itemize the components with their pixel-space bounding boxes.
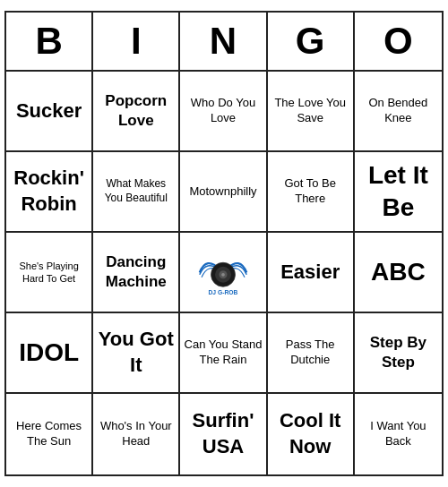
- cell-14[interactable]: Easier: [268, 233, 355, 313]
- cell-17[interactable]: You Got It: [93, 313, 180, 394]
- cell-21-text: Here Comes The Sun: [10, 419, 88, 449]
- dj-logo-icon: DJ G-ROB: [196, 248, 250, 297]
- cell-4[interactable]: The Love You Save: [268, 72, 355, 152]
- svg-point-3: [221, 272, 225, 276]
- cell-16-text: IDOL: [19, 337, 79, 369]
- cell-11-text: She's Playing Hard To Get: [10, 260, 88, 286]
- svg-text:DJ G-ROB: DJ G-ROB: [208, 288, 237, 295]
- cell-6[interactable]: Rockin' Robin: [6, 152, 93, 233]
- cell-4-text: The Love You Save: [271, 96, 349, 126]
- cell-1[interactable]: Sucker: [6, 72, 93, 152]
- cell-3[interactable]: Who Do You Love: [180, 72, 267, 152]
- cell-20-text: Step By Step: [358, 333, 438, 372]
- bingo-header: B I N G O: [6, 13, 442, 72]
- header-n: N: [180, 13, 267, 70]
- cell-10-text: Let It Be: [358, 159, 438, 225]
- cell-10[interactable]: Let It Be: [355, 152, 442, 233]
- cell-6-text: Rockin' Robin: [10, 166, 88, 217]
- cell-16[interactable]: IDOL: [6, 313, 93, 394]
- cell-24-text: Cool It Now: [271, 408, 349, 459]
- cell-1-text: Sucker: [16, 98, 82, 124]
- cell-22-text: Who's In Your Head: [97, 419, 175, 449]
- cell-18-text: Can You Stand The Rain: [184, 337, 262, 368]
- cell-2[interactable]: Popcorn Love: [93, 72, 180, 152]
- cell-5[interactable]: On Bended Knee: [355, 72, 442, 152]
- cell-7-text: What Makes You Beautiful: [97, 177, 175, 205]
- header-o: O: [355, 13, 442, 70]
- cell-12-text: Dancing Machine: [97, 252, 175, 292]
- cell-25-text: I Want You Back: [358, 419, 438, 449]
- header-b: B: [6, 13, 93, 70]
- cell-17-text: You Got It: [97, 327, 175, 378]
- bingo-card: B I N G O Sucker Popcorn Love Who Do You…: [4, 11, 444, 476]
- cell-12[interactable]: Dancing Machine: [93, 233, 180, 313]
- cell-22[interactable]: Who's In Your Head: [93, 394, 180, 474]
- cell-19-text: Pass The Dutchie: [271, 337, 349, 368]
- cell-23-text: Surfin' USA: [184, 408, 262, 459]
- cell-25[interactable]: I Want You Back: [355, 394, 442, 474]
- cell-8-text: Motownphilly: [189, 184, 256, 200]
- cell-5-text: On Bended Knee: [358, 96, 438, 126]
- cell-13-free[interactable]: DJ G-ROB: [180, 233, 267, 313]
- cell-23[interactable]: Surfin' USA: [180, 394, 267, 474]
- cell-18[interactable]: Can You Stand The Rain: [180, 313, 267, 394]
- header-g: G: [268, 13, 355, 70]
- cell-9[interactable]: Got To Be There: [268, 152, 355, 233]
- cell-15[interactable]: ABC: [355, 233, 442, 313]
- cell-20[interactable]: Step By Step: [355, 313, 442, 394]
- cell-21[interactable]: Here Comes The Sun: [6, 394, 93, 474]
- bingo-grid: Sucker Popcorn Love Who Do You Love The …: [6, 72, 442, 474]
- cell-2-text: Popcorn Love: [97, 91, 175, 131]
- cell-11[interactable]: She's Playing Hard To Get: [6, 233, 93, 313]
- cell-8[interactable]: Motownphilly: [180, 152, 267, 233]
- cell-3-text: Who Do You Love: [184, 96, 262, 126]
- header-i: I: [93, 13, 180, 70]
- cell-19[interactable]: Pass The Dutchie: [268, 313, 355, 394]
- cell-14-text: Easier: [280, 260, 340, 286]
- cell-7[interactable]: What Makes You Beautiful: [93, 152, 180, 233]
- cell-9-text: Got To Be There: [271, 176, 349, 207]
- cell-15-text: ABC: [371, 256, 426, 288]
- cell-24[interactable]: Cool It Now: [268, 394, 355, 474]
